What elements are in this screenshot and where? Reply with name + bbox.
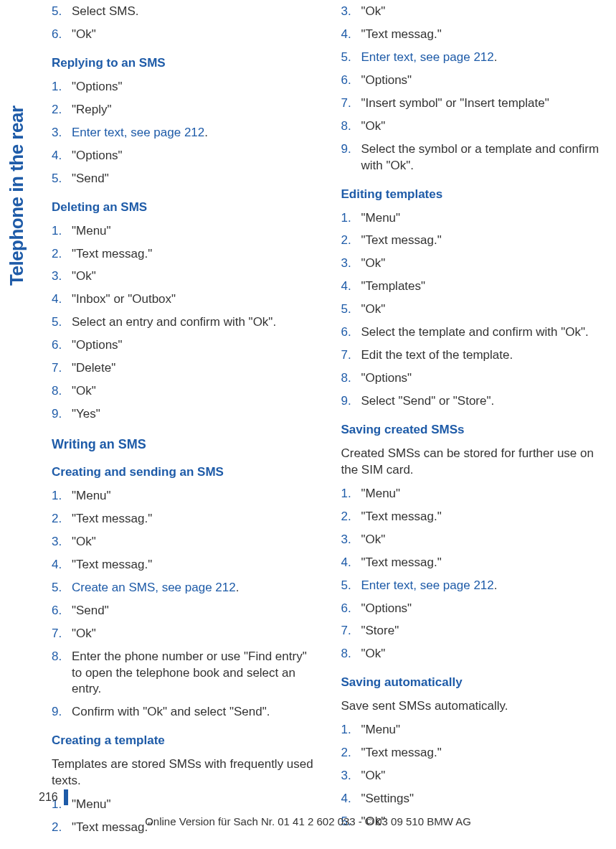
page-number: 216 bbox=[39, 791, 62, 804]
list-item: 9.Confirm with "Ok" and select "Send". bbox=[52, 704, 320, 721]
list-number: 8. bbox=[52, 383, 72, 400]
list-text: "Text messag." bbox=[72, 246, 320, 263]
list-text: "Menu" bbox=[361, 722, 610, 738]
list-text: "Insert symbol" or "Insert template" bbox=[361, 95, 610, 112]
list-number: 9. bbox=[52, 704, 72, 721]
list-number: 7. bbox=[341, 347, 361, 364]
list-item: 8.Enter the phone number or use "Find en… bbox=[52, 649, 320, 698]
list-text: "Store" bbox=[361, 623, 610, 639]
list-number: 7. bbox=[52, 626, 72, 642]
list-item: 5.Select an entry and confirm with "Ok". bbox=[52, 314, 320, 331]
right-column: 3."Ok" 4."Text messag." 5.Enter text, se… bbox=[334, 4, 610, 843]
list-item: 8."Ok" bbox=[341, 118, 610, 135]
list-number: 1. bbox=[52, 488, 72, 505]
list-text: Select an entry and confirm with "Ok". bbox=[72, 314, 320, 331]
list-item: 5.Enter text, see page 212. bbox=[341, 578, 610, 594]
list-text: "Options" bbox=[361, 72, 610, 89]
list-text: Enter text, see page 212. bbox=[72, 125, 320, 141]
list-text: "Ok" bbox=[361, 646, 610, 662]
list-number: 5. bbox=[341, 301, 361, 318]
list-number: 1. bbox=[341, 210, 361, 227]
list-text: "Options" bbox=[72, 79, 320, 95]
list-number: 6. bbox=[52, 603, 72, 619]
list-text: "Options" bbox=[72, 337, 320, 354]
page-link[interactable]: Create an SMS, see page 212 bbox=[72, 581, 236, 594]
list-text: "Reply" bbox=[72, 102, 320, 118]
list-item: 3."Ok" bbox=[341, 4, 610, 20]
auto-intro-text: Save sent SMSs automatically. bbox=[341, 698, 610, 715]
list-number: 5. bbox=[341, 578, 361, 594]
list-number: 4. bbox=[52, 148, 72, 164]
editing-list: 1."Menu" 2."Text messag." 3."Ok" 4."Temp… bbox=[341, 210, 610, 410]
link-suffix: . bbox=[494, 50, 498, 64]
list-item: 1."Menu" bbox=[52, 223, 320, 240]
saving-intro-text: Created SMSs can be stored for further u… bbox=[341, 446, 610, 479]
page-link[interactable]: Enter text, see page 212 bbox=[361, 50, 494, 64]
list-text: Enter text, see page 212. bbox=[361, 578, 610, 594]
list-item: 9.Select the symbol or a template and co… bbox=[341, 141, 610, 174]
list-item: 7."Ok" bbox=[52, 626, 320, 642]
link-suffix: . bbox=[494, 578, 498, 592]
list-number: 8. bbox=[341, 646, 361, 662]
list-text: Select SMS. bbox=[72, 4, 320, 20]
list-number: 6. bbox=[341, 324, 361, 341]
list-item: 3."Ok" bbox=[341, 768, 610, 784]
heading-saving-auto: Saving automatically bbox=[341, 675, 610, 690]
list-item: 7."Delete" bbox=[52, 360, 320, 377]
list-text: "Options" bbox=[72, 148, 320, 164]
list-text: Enter text, see page 212. bbox=[361, 50, 610, 66]
list-text: "Ok" bbox=[361, 768, 610, 784]
list-item: 5.Enter text, see page 212. bbox=[341, 50, 610, 66]
list-text: Enter the phone number or use "Find entr… bbox=[72, 649, 320, 698]
list-item: 8."Ok" bbox=[52, 383, 320, 400]
list-item: 4."Inbox" or "Outbox" bbox=[52, 291, 320, 308]
list-text: "Templates" bbox=[361, 278, 610, 295]
side-section-label: Telephone in the rear bbox=[0, 7, 29, 287]
list-number: 2. bbox=[341, 745, 361, 761]
list-text: "Ok" bbox=[361, 301, 610, 318]
list-number: 9. bbox=[341, 393, 361, 410]
page-link[interactable]: Enter text, see page 212 bbox=[361, 578, 494, 592]
list-text: "Inbox" or "Outbox" bbox=[72, 291, 320, 308]
list-text: "Delete" bbox=[72, 360, 320, 377]
list-text: "Text messag." bbox=[361, 509, 610, 525]
list-item: 2."Text messag." bbox=[341, 233, 610, 249]
list-text: "Ok" bbox=[72, 27, 320, 43]
page-number-row: 216 bbox=[0, 789, 616, 805]
side-section-label-text: Telephone in the rear bbox=[6, 105, 28, 286]
replying-list: 1."Options" 2."Reply" 3.Enter text, see … bbox=[52, 79, 320, 187]
list-number: 6. bbox=[52, 337, 72, 354]
list-text: "Ok" bbox=[72, 383, 320, 400]
list-number: 6. bbox=[341, 72, 361, 89]
list-number: 4. bbox=[341, 278, 361, 295]
list-text: "Text messag." bbox=[361, 745, 610, 761]
list-item: 2."Text messag." bbox=[341, 509, 610, 525]
list-item: 7."Store" bbox=[341, 623, 610, 639]
list-text: "Text messag." bbox=[361, 233, 610, 249]
list-item: 4."Text messag." bbox=[341, 555, 610, 571]
list-number: 8. bbox=[52, 649, 72, 665]
list-item: 4."Text messag." bbox=[52, 557, 320, 573]
list-number: 1. bbox=[52, 79, 72, 95]
list-item: 6."Options" bbox=[52, 337, 320, 354]
list-item: 3."Ok" bbox=[52, 534, 320, 550]
list-text: "Menu" bbox=[72, 488, 320, 505]
page-link[interactable]: Enter text, see page 212 bbox=[72, 126, 204, 139]
list-text: Edit the text of the template. bbox=[361, 347, 610, 364]
list-item: 2."Text messag." bbox=[52, 511, 320, 527]
list-number: 5. bbox=[341, 50, 361, 66]
list-item: 9."Yes" bbox=[52, 406, 320, 423]
template-list-continued: 3."Ok" 4."Text messag." 5.Enter text, se… bbox=[341, 4, 610, 174]
list-number: 4. bbox=[52, 291, 72, 308]
list-item: 6.Select the template and confirm with "… bbox=[341, 324, 610, 341]
list-item: 8."Ok" bbox=[341, 646, 610, 662]
list-number: 6. bbox=[52, 27, 72, 43]
heading-deleting: Deleting an SMS bbox=[52, 200, 320, 215]
list-text: "Menu" bbox=[361, 486, 610, 502]
list-number: 2. bbox=[52, 511, 72, 527]
list-number: 8. bbox=[341, 370, 361, 387]
list-item: 4."Options" bbox=[52, 148, 320, 164]
template-intro-text: Templates are stored SMSs with frequentl… bbox=[52, 756, 320, 789]
list-text: Create an SMS, see page 212. bbox=[72, 580, 320, 596]
list-item: 2."Text messag." bbox=[341, 745, 610, 761]
